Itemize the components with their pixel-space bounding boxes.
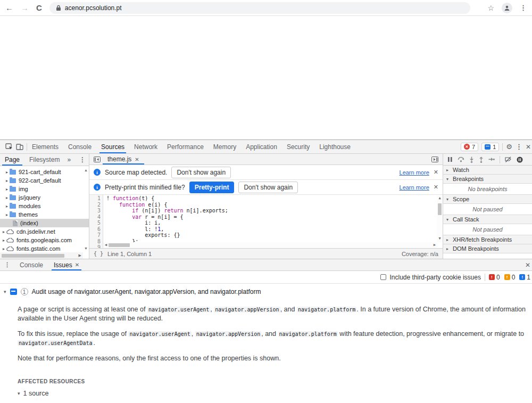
drawer-menu-icon[interactable]: ⋮ xyxy=(0,261,14,268)
navigator-menu-icon[interactable]: ⋮ xyxy=(79,156,89,163)
reload-icon[interactable]: C xyxy=(36,4,42,12)
section-call-stack[interactable]: ▾Call Stack xyxy=(443,215,532,224)
issue-count-badge[interactable]: 1 xyxy=(481,143,499,151)
section-dom-breakpoints[interactable]: ▸DOM Breakpoints xyxy=(443,244,532,253)
tab-page[interactable]: Page xyxy=(0,154,24,166)
tree-item-922-cart-default[interactable]: ▸922-cart_default xyxy=(0,176,89,185)
expander-icon[interactable]: ▸ xyxy=(4,178,10,183)
expander-icon[interactable]: ▸ xyxy=(1,229,6,234)
code-editor[interactable]: 123456789 ! function(t) { function e(i) … xyxy=(89,195,443,248)
line-number: 5 xyxy=(89,220,101,226)
infobar-close-icon[interactable]: ✕ xyxy=(434,184,438,191)
drawer-tab-close-icon[interactable]: ✕ xyxy=(75,262,79,268)
source-count-row[interactable]: ▾ 1 source xyxy=(18,390,526,397)
pretty-print-toggle-icon[interactable]: { } xyxy=(94,251,103,257)
devtools-tab-performance[interactable]: Performance xyxy=(162,140,209,153)
address-bar[interactable]: acenor.pcsolution.pt xyxy=(49,2,471,14)
drawer-close-icon[interactable]: ✕ xyxy=(525,261,532,269)
profile-avatar[interactable] xyxy=(502,3,512,13)
debugger-sidebar: ▸Watch▾BreakpointsNo breakpoints▾ScopeNo… xyxy=(443,154,532,259)
devtools-close-icon[interactable]: ✕ xyxy=(526,143,531,151)
expand-arrow-icon[interactable]: ▾ xyxy=(4,289,6,294)
devtools-tab-sources[interactable]: Sources xyxy=(96,140,129,153)
pretty-print-button[interactable]: Pretty-print xyxy=(189,182,235,193)
browser-menu-icon[interactable]: ⋮ xyxy=(520,4,527,12)
drawer-tab-issues[interactable]: Issues ✕ xyxy=(48,259,85,270)
expander-icon[interactable]: ▸ xyxy=(4,170,10,175)
infobar-close-icon[interactable]: ✕ xyxy=(434,169,438,176)
tree-item-themes[interactable]: ▸themes xyxy=(0,210,89,219)
tree-horizontal-scrollbar[interactable]: ▶ xyxy=(0,252,83,259)
dont-show-again-button[interactable]: Don't show again xyxy=(171,167,231,178)
settings-gear-icon[interactable]: ⚙ xyxy=(506,143,512,151)
error-count-badge[interactable]: ✕ 7 xyxy=(461,143,478,151)
tree-item-modules[interactable]: ▸modules xyxy=(0,202,89,210)
pause-on-exceptions-icon[interactable] xyxy=(517,157,523,163)
expander-icon[interactable]: ▸ xyxy=(4,187,10,192)
device-toolbar-icon[interactable] xyxy=(16,143,23,150)
step-icon[interactable] xyxy=(488,157,495,162)
devtools-tab-lighthouse[interactable]: Lighthouse xyxy=(314,140,355,153)
editor-vertical-scrollbar[interactable]: ▲ ▼ xyxy=(437,195,443,242)
drawer-tab-console[interactable]: Console xyxy=(14,259,48,270)
line-number: 1 xyxy=(89,195,101,202)
flag-icon: ! xyxy=(489,274,495,280)
editor-tab-themejs[interactable]: theme.js ✕ xyxy=(103,154,144,165)
tree-item-label: 922-cart_default xyxy=(19,177,61,184)
line-number: 2 xyxy=(89,202,101,208)
bookmark-star-icon[interactable]: ☆ xyxy=(487,4,494,12)
browser-toolbar: ← → C acenor.pcsolution.pt ☆ ⋮ xyxy=(0,0,532,16)
back-icon[interactable]: ← xyxy=(5,4,13,12)
deactivate-breakpoints-icon[interactable] xyxy=(505,157,512,163)
devtools-tab-security[interactable]: Security xyxy=(282,140,314,153)
learn-more-link[interactable]: Learn more xyxy=(400,184,429,191)
collapse-navigator-icon[interactable] xyxy=(94,157,101,162)
more-tabs-icon[interactable]: » xyxy=(64,156,73,163)
section-watch[interactable]: ▸Watch xyxy=(443,166,532,175)
tree-item-921-cart-default[interactable]: ▸921-cart_default xyxy=(0,168,89,176)
learn-more-link[interactable]: Learn more xyxy=(400,169,429,176)
issue-paragraph: To fix this issue, replace the usage of … xyxy=(18,330,526,348)
tree-item-cdn-jsdelivr-net[interactable]: ▸cdn.jsdelivr.net xyxy=(0,227,89,236)
expander-icon[interactable]: ▸ xyxy=(1,246,6,251)
collapsed-arrow-icon: ▸ xyxy=(446,246,451,251)
dont-show-again-button[interactable]: Don't show again xyxy=(238,182,298,193)
page-errors-count: !0 xyxy=(489,274,500,281)
inspect-element-icon[interactable] xyxy=(5,143,13,150)
third-party-cookies-checkbox[interactable] xyxy=(380,274,386,280)
section-xhr-fetch-breakpoints[interactable]: ▸XHR/fetch Breakpoints xyxy=(443,235,532,244)
expander-icon[interactable]: ▸ xyxy=(4,204,10,209)
devtools-menu-icon[interactable]: ⋮ xyxy=(516,143,522,151)
devtools-tab-elements[interactable]: Elements xyxy=(27,140,63,153)
tree-item-js-jquery[interactable]: ▸js/jquery xyxy=(0,193,89,202)
devtools-tab-network[interactable]: Network xyxy=(129,140,162,153)
tree-item-label: 921-cart_default xyxy=(19,169,61,175)
forward-icon[interactable]: → xyxy=(21,4,29,12)
issue-header[interactable]: ▾ 1 Audit usage of navigator.userAgent, … xyxy=(0,284,532,299)
expand-arrow-icon[interactable]: ▾ xyxy=(18,391,20,396)
devtools-tab-console[interactable]: Console xyxy=(63,140,96,153)
expander-icon[interactable]: ▸ xyxy=(1,238,6,243)
step-out-icon[interactable] xyxy=(479,157,484,163)
step-over-icon[interactable] xyxy=(458,157,464,162)
page-viewport xyxy=(0,16,532,139)
tree-item--index-[interactable]: (index) xyxy=(0,219,89,227)
section-breakpoints[interactable]: ▾Breakpoints xyxy=(443,175,532,184)
devtools-tab-application[interactable]: Application xyxy=(241,140,282,153)
editor-tab-close-icon[interactable]: ✕ xyxy=(135,157,139,162)
tree-item-fonts-gstatic-com[interactable]: ▸fonts.gstatic.com xyxy=(0,244,89,253)
issues-toolbar: Include third-party cookie issues !0!0!1 xyxy=(0,271,532,284)
tree-item-fonts-googleapis-com[interactable]: ▸fonts.googleapis.com xyxy=(0,236,89,244)
tree-vertical-scrollbar[interactable]: ▲ ▼ xyxy=(83,167,89,251)
tab-filesystem[interactable]: Filesystem xyxy=(24,154,64,166)
expander-icon[interactable]: ▸ xyxy=(4,195,10,200)
expand-debugger-icon[interactable] xyxy=(431,157,438,162)
sources-panel: Page Filesystem » ⋮ ▸921-cart_default▸92… xyxy=(0,154,532,259)
devtools-tab-memory[interactable]: Memory xyxy=(209,140,241,153)
pause-script-icon[interactable] xyxy=(447,157,453,162)
step-into-icon[interactable] xyxy=(469,157,474,163)
editor-horizontal-scrollbar[interactable]: ◀ ▶ xyxy=(104,242,437,248)
expander-icon[interactable]: ▸ xyxy=(4,212,10,217)
tree-item-img[interactable]: ▸img xyxy=(0,185,89,193)
section-scope[interactable]: ▾Scope xyxy=(443,195,532,204)
